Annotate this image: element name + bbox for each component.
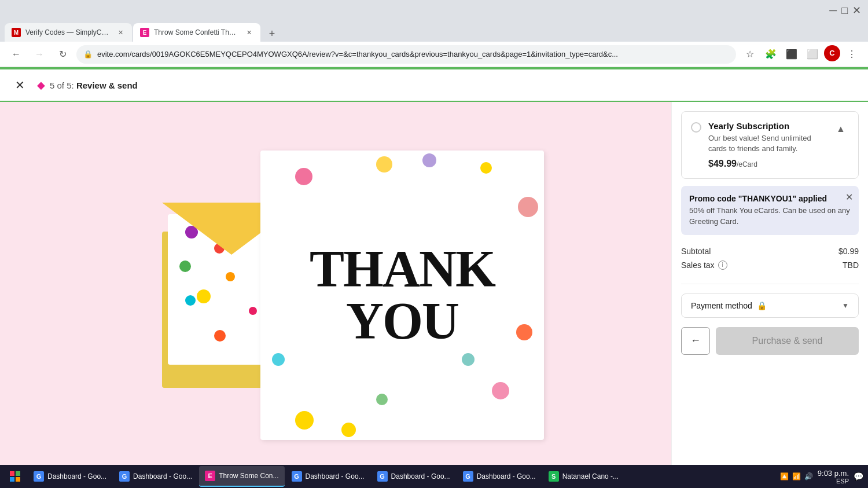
payment-lock-icon: 🔒 [757,301,767,310]
svg-rect-2 [10,477,14,482]
purchase-send-button[interactable]: Purchase & send [716,327,859,355]
taskbar-label-5: Dashboard - Goo... [391,472,450,480]
taskbar-notification-icon[interactable]: 💬 [854,472,863,481]
bookmark-icon[interactable]: ☆ [741,45,759,64]
card-dot-3 [422,153,436,167]
back-button[interactable]: ← [681,327,710,355]
svg-rect-0 [10,471,14,476]
tab-title-1: Verify Codes — SimplyCodes [25,28,111,36]
action-buttons: ← Purchase & send [681,327,859,355]
card-dot-11 [341,423,356,437]
step-text: 5 of 5: Review & send [50,80,138,90]
forward-button[interactable]: → [30,45,49,64]
taskbar-item-1[interactable]: G Dashboard - Goo... [28,466,112,487]
taskbar-system-icons: 🔼 📶 🔊 [780,472,813,480]
subscription-title: Yearly Subscription [708,121,826,131]
taskbar-favicon-4: G [292,471,302,482]
subtotal-label: Subtotal [681,247,711,256]
window-close-button[interactable]: ✕ [852,4,861,17]
extension-icon-1[interactable]: 🧩 [762,45,780,64]
dot-3 [179,260,191,272]
dot-5 [197,289,211,303]
thank-you-text-block: THANK YOU [310,243,495,347]
card-dot-6 [516,324,532,340]
subscription-option[interactable]: Yearly Subscription Our best value! Send… [681,111,859,179]
taskbar-item-6[interactable]: G Dashboard - Goo... [457,466,542,487]
taskbar-date: ESP [818,478,849,485]
card-dot-5 [518,197,538,217]
card-dot-1 [295,168,312,185]
right-panel: Yearly Subscription Our best value! Send… [671,102,868,488]
top-bar: ✕ ◆ 5 of 5: Review & send [0,69,868,102]
totals-section: Subtotal $0.99 Sales tax i TBD [681,242,859,274]
new-tab-button[interactable]: + [264,25,280,42]
tab-close-2[interactable]: ✕ [244,28,253,37]
title-bar-controls: ─ □ ✕ [829,4,861,17]
taskbar-label-7: Natanael Cano -... [562,472,619,480]
scroll-up-arrow[interactable]: ▲ [833,121,849,137]
taskbar-favicon-2: G [119,471,130,482]
start-button[interactable] [5,466,25,487]
maximize-button[interactable]: □ [841,5,848,17]
close-button[interactable]: ✕ [12,77,28,93]
taskbar-favicon-3: E [205,471,215,481]
taskbar-label-2: Dashboard - Goo... [133,472,192,480]
nav-actions: ☆ 🧩 ⬛ ⬜ C ⋮ [741,45,861,64]
tab-verifycodes[interactable]: M Verify Codes — SimplyCodes ✕ [5,23,132,42]
back-button[interactable]: ← [7,45,25,64]
profile-button[interactable]: C [824,45,840,61]
payment-chevron-icon: ▼ [842,302,849,310]
taskbar-label-1: Dashboard - Goo... [47,472,106,480]
taskbar-time: 9:03 p.m. [818,469,849,478]
card-container: THANK YOU [127,145,544,446]
card-dot-10 [295,411,314,430]
taskbar-label-3: Throw Some Con... [219,472,278,480]
title-bar: ─ □ ✕ [0,0,868,21]
taskbar-item-5[interactable]: G Dashboard - Goo... [372,466,456,487]
extension-icon-2[interactable]: ⬛ [782,45,801,64]
tab-throwconfetti[interactable]: E Throw Some Confetti Thank Yo... ✕ [133,23,260,42]
card-dot-2 [376,156,392,173]
subscription-radio[interactable] [691,122,701,133]
tab-close-1[interactable]: ✕ [116,28,125,37]
minimize-button[interactable]: ─ [829,5,837,17]
dot-8 [214,330,226,342]
tax-info-icon[interactable]: i [718,260,727,270]
taskbar-favicon-5: G [377,471,388,482]
taskbar-right: 🔼 📶 🔊 9:03 p.m. ESP 💬 [780,469,863,485]
card-dot-9 [376,394,388,405]
tab-title-2: Throw Some Confetti Thank Yo... [154,28,240,36]
card-dot-8 [492,382,509,399]
subscription-price: $49.99/eCard [708,159,826,169]
taskbar-favicon-1: G [34,471,44,482]
tax-value: TBD [843,260,859,270]
address-bar[interactable]: 🔒 evite.com/cards/0019AGOKC6E5MEYQCEPO4M… [76,45,736,64]
tab-favicon-1: M [12,28,21,37]
taskbar-label-6: Dashboard - Goo... [477,472,536,480]
taskbar-clock[interactable]: 9:03 p.m. ESP [818,469,849,485]
taskbar-volume-icon[interactable]: 🔊 [804,472,813,480]
menu-icon[interactable]: ⋮ [843,45,861,64]
taskbar-network-icon[interactable]: 📶 [792,472,801,480]
tab-bar: M Verify Codes — SimplyCodes ✕ E Throw S… [0,21,868,42]
promo-close-button[interactable]: ✕ [845,192,853,203]
taskbar-item-2[interactable]: G Dashboard - Goo... [113,466,198,487]
taskbar-items: G Dashboard - Goo... G Dashboard - Goo..… [28,466,778,487]
divider [681,284,859,284]
taskbar-up-arrow[interactable]: 🔼 [780,472,789,480]
reload-button[interactable]: ↻ [53,45,72,64]
promo-desc: 50% off Thank You eCards. Can be used on… [689,206,851,226]
taskbar-item-3[interactable]: E Throw Some Con... [199,466,284,487]
card-preview: THANK YOU [0,102,671,488]
card-dot-12 [462,353,475,366]
payment-method-section[interactable]: Payment method 🔒 ▼ [681,293,859,318]
taskbar: G Dashboard - Goo... G Dashboard - Goo..… [0,465,868,488]
taskbar-item-7[interactable]: S Natanael Cano -... [543,466,624,487]
split-view-icon[interactable]: ⬜ [803,45,822,64]
card-dot-4 [480,162,492,174]
subtotal-row: Subtotal $0.99 [681,244,859,258]
taskbar-item-4[interactable]: G Dashboard - Goo... [286,466,370,487]
card-dot-7 [272,353,285,366]
taskbar-favicon-6: G [463,471,473,482]
thank-you-line1: THANK [310,243,495,295]
